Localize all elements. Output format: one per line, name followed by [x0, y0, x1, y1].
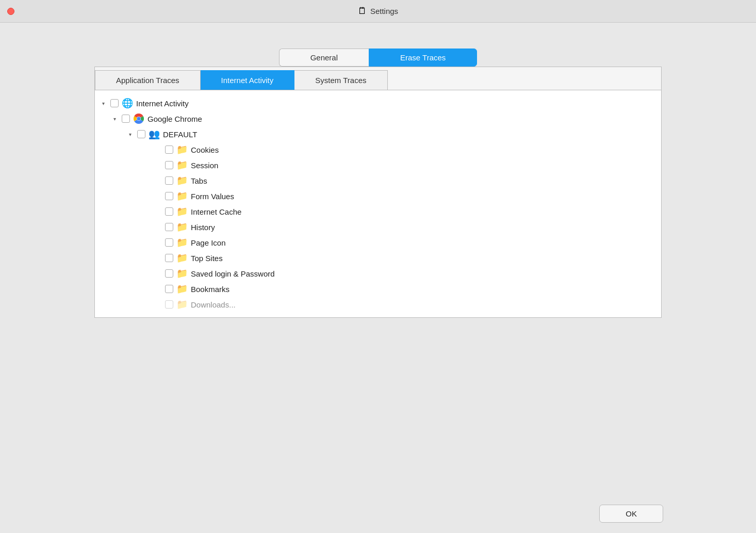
tabs-label: Tabs: [191, 176, 207, 185]
downloads-label: Downloads...: [191, 300, 236, 309]
checkbox-downloads[interactable]: [165, 300, 173, 309]
tree-row-default[interactable]: ▾ 👥 DEFAULT: [95, 126, 661, 142]
checkbox-internet-cache[interactable]: [165, 207, 173, 216]
folder-icon: 📁: [176, 221, 188, 233]
checkbox-cookies[interactable]: [165, 146, 173, 154]
checkbox-default[interactable]: [137, 130, 145, 138]
app-icon: 🗒: [358, 6, 367, 17]
checkbox-saved-login[interactable]: [165, 269, 173, 278]
checkbox-bookmarks[interactable]: [165, 285, 173, 293]
window-title: Settings: [370, 7, 398, 15]
folder-icon: 📁: [176, 299, 188, 310]
tree-area[interactable]: ▾ 🌐 Internet Activity ▾: [95, 90, 661, 317]
list-item-downloads[interactable]: 📁 Downloads...: [95, 297, 661, 312]
globe-icon: 🌐: [122, 98, 133, 109]
checkbox-page-icon[interactable]: [165, 238, 173, 247]
checkbox-history[interactable]: [165, 223, 173, 231]
list-item-page-icon[interactable]: 📁 Page Icon: [95, 235, 661, 250]
tab-general[interactable]: General: [279, 49, 369, 67]
internet-activity-label: Internet Activity: [136, 99, 189, 108]
checkbox-session[interactable]: [165, 161, 173, 169]
folder-icon: 📁: [176, 159, 188, 171]
title-bar: 🗒 Settings: [0, 0, 756, 23]
chevron-icon: ▾: [110, 115, 119, 123]
session-label: Session: [191, 161, 218, 170]
list-item-form-values[interactable]: 📁 Form Values: [95, 188, 661, 204]
bookmarks-label: Bookmarks: [191, 285, 229, 294]
tab-application-traces[interactable]: Application Traces: [95, 70, 201, 90]
top-sites-label: Top Sites: [191, 254, 223, 263]
folder-icon: 📁: [176, 252, 188, 264]
checkbox-internet-activity[interactable]: [110, 99, 119, 107]
cookies-label: Cookies: [191, 146, 219, 154]
checkbox-tabs[interactable]: [165, 176, 173, 185]
folder-icon: 📁: [176, 190, 188, 202]
tab-internet-activity[interactable]: Internet Activity: [201, 70, 295, 90]
folder-icon: 📁: [176, 206, 188, 217]
saved-login-label: Saved login & Password: [191, 269, 275, 278]
chevron-icon: ▾: [99, 99, 107, 107]
folder-icon: 📁: [176, 237, 188, 248]
folder-icon: 📁: [176, 283, 188, 295]
user-icon: 👥: [149, 128, 160, 140]
list-item-history[interactable]: 📁 History: [95, 219, 661, 235]
svg-point-2: [137, 117, 141, 121]
list-item-bookmarks[interactable]: 📁 Bookmarks: [95, 281, 661, 297]
chevron-icon: ▾: [126, 130, 134, 138]
bottom-area: OK: [0, 494, 756, 533]
tab-erase-traces[interactable]: Erase Traces: [369, 49, 477, 67]
tree-row-internet-activity[interactable]: ▾ 🌐 Internet Activity: [95, 95, 661, 111]
google-chrome-label: Google Chrome: [147, 115, 202, 123]
page-icon-label: Page Icon: [191, 238, 226, 247]
ok-button[interactable]: OK: [599, 505, 663, 523]
title-bar-content: 🗒 Settings: [358, 6, 398, 17]
folder-icon: 📁: [176, 144, 188, 155]
tree-row-google-chrome[interactable]: ▾: [95, 111, 661, 126]
chrome-icon: [133, 113, 144, 124]
history-label: History: [191, 223, 215, 232]
folder-icon: 📁: [176, 175, 188, 186]
top-tabs: General Erase Traces: [279, 49, 478, 67]
list-item-saved-login[interactable]: 📁 Saved login & Password: [95, 266, 661, 281]
folder-icon: 📁: [176, 268, 188, 279]
tab-system-traces[interactable]: System Traces: [294, 70, 387, 90]
internet-cache-label: Internet Cache: [191, 207, 241, 216]
checkbox-form-values[interactable]: [165, 192, 173, 200]
main-content: General Erase Traces Application Traces …: [0, 23, 756, 533]
list-item-session[interactable]: 📁 Session: [95, 157, 661, 173]
checkbox-top-sites[interactable]: [165, 254, 173, 262]
close-button[interactable]: [7, 8, 14, 15]
list-item-top-sites[interactable]: 📁 Top Sites: [95, 250, 661, 266]
list-item-cookies[interactable]: 📁 Cookies: [95, 142, 661, 157]
panel: Application Traces Internet Activity Sys…: [94, 67, 662, 318]
list-item-internet-cache[interactable]: 📁 Internet Cache: [95, 204, 661, 219]
sub-tabs: Application Traces Internet Activity Sys…: [95, 67, 661, 90]
list-item-tabs[interactable]: 📁 Tabs: [95, 173, 661, 188]
checkbox-google-chrome[interactable]: [122, 115, 130, 123]
default-label: DEFAULT: [163, 130, 197, 139]
form-values-label: Form Values: [191, 192, 234, 201]
